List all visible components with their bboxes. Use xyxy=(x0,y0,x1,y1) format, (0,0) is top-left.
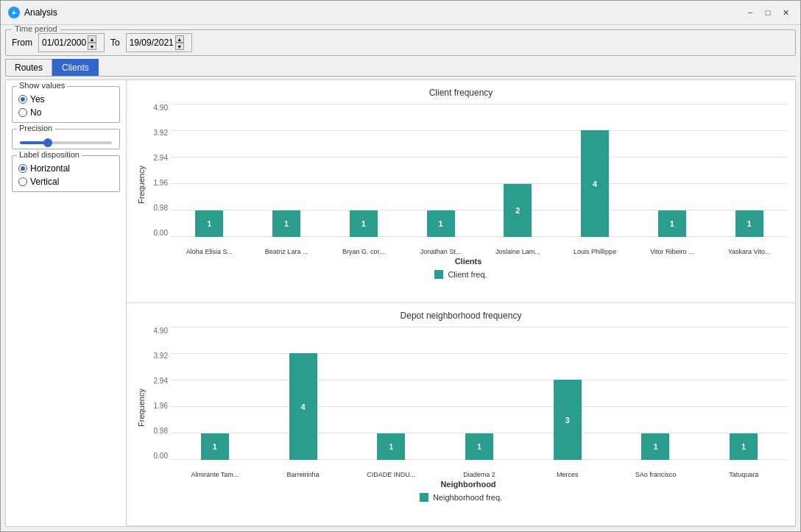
chart2-y-labels: 4.90 3.92 2.94 1.96 0.98 0.00 xyxy=(149,327,171,460)
x-label-item: Diadema 2 xyxy=(435,471,523,478)
chart1-x-axis-title: Clients xyxy=(149,257,788,266)
x-label-item: Aloha Elisia S... xyxy=(171,248,248,255)
chart2-plot: 4.90 3.92 2.94 1.96 0.98 0.00 xyxy=(149,327,788,478)
to-date-spinner[interactable]: ▲ ▼ xyxy=(175,35,184,50)
from-date-input[interactable]: 01/01/2000 ▲ ▼ xyxy=(38,33,105,52)
title-bar: + Analysis − □ ✕ xyxy=(1,1,800,25)
to-date-input[interactable]: 19/09/2021 ▲ ▼ xyxy=(126,33,192,52)
chart1-legend: Client freq. xyxy=(134,270,788,279)
x-label-item: CIDADE INDU... xyxy=(347,471,435,478)
chart2-x-axis-title: Neighborhood xyxy=(149,480,788,489)
bar: 1 xyxy=(195,210,223,237)
tab-clients[interactable]: Clients xyxy=(52,59,99,76)
x-label-item: Jonathan St... xyxy=(402,248,479,255)
chart2-bars-area: 1411311 xyxy=(171,327,788,460)
label-disposition-label: Label disposition xyxy=(17,150,82,159)
label-vertical[interactable]: Vertical xyxy=(18,177,113,187)
chart2-container: Depot neighborhood frequency Frequency 4… xyxy=(127,303,795,526)
bar: 1 xyxy=(377,433,405,460)
precision-section: Precision xyxy=(12,129,120,149)
time-period-box: Time period From 01/01/2000 ▲ ▼ To 19/09… xyxy=(5,29,796,56)
from-date-up[interactable]: ▲ xyxy=(88,35,96,43)
show-values-label: Show values xyxy=(17,81,67,90)
chart1-y-labels: 4.90 3.92 2.94 1.96 0.98 0.00 xyxy=(149,104,171,237)
label-disposition-group: Horizontal Vertical xyxy=(18,163,113,187)
chart1-legend-box xyxy=(434,270,443,279)
show-values-yes-radio[interactable] xyxy=(18,95,27,104)
minimize-button[interactable]: − xyxy=(743,5,758,20)
sidebar: Show values Yes No Precision xyxy=(5,79,127,527)
bar-group: 1 xyxy=(634,104,711,237)
bar: 1 xyxy=(641,433,669,460)
x-label-item: Joslaine Lam... xyxy=(479,248,557,255)
label-vertical-label: Vertical xyxy=(30,177,59,187)
precision-slider-track[interactable] xyxy=(20,141,112,144)
from-label: From xyxy=(12,38,32,48)
from-date-spinner[interactable]: ▲ ▼ xyxy=(88,35,96,50)
x-label-item: Vitor Ribeiro ... xyxy=(634,248,711,255)
to-date-up[interactable]: ▲ xyxy=(175,35,184,43)
window-title: Analysis xyxy=(24,7,738,18)
tab-bar: Routes Clients xyxy=(5,59,796,77)
chart1-title: Client frequency xyxy=(134,88,788,98)
app-icon: + xyxy=(8,7,20,18)
chart1-y-axis-label: Frequency xyxy=(134,104,149,266)
label-vertical-radio[interactable] xyxy=(18,177,27,186)
chart1-container: Client frequency Frequency 4.90 3.92 2.9… xyxy=(127,80,795,303)
label-horizontal[interactable]: Horizontal xyxy=(18,163,113,174)
bar: 1 xyxy=(735,210,763,237)
x-label-item: Tatuquara xyxy=(699,471,788,478)
bar-group: 1 xyxy=(402,104,479,237)
chart1-x-labels: Aloha Elisia S...Beatriz Lara ...Bryan G… xyxy=(171,248,788,255)
show-values-no-radio[interactable] xyxy=(18,108,27,117)
chart1-bars-area: 11112411 xyxy=(171,104,788,237)
from-date-down[interactable]: ▼ xyxy=(88,43,96,50)
maximize-button[interactable]: □ xyxy=(761,5,775,20)
show-values-yes-label: Yes xyxy=(30,94,45,104)
close-button[interactable]: ✕ xyxy=(778,5,793,20)
bar: 1 xyxy=(465,433,493,460)
x-label-item: Louis Phillippe xyxy=(557,248,634,255)
charts-area: Client frequency Frequency 4.90 3.92 2.9… xyxy=(127,79,796,527)
label-disposition-section: Label disposition Horizontal Vertical xyxy=(12,155,120,192)
tab-routes[interactable]: Routes xyxy=(5,59,52,76)
main-window: + Analysis − □ ✕ Time period From 01/01/… xyxy=(0,0,801,532)
bar-group: 1 xyxy=(347,327,435,460)
bar-group: 1 xyxy=(435,327,523,460)
bar-group: 4 xyxy=(557,104,634,237)
chart2-y-axis-label: Frequency xyxy=(134,327,149,489)
bar-group: 4 xyxy=(259,327,347,460)
show-values-yes[interactable]: Yes xyxy=(18,94,113,104)
to-date-down[interactable]: ▼ xyxy=(175,43,184,50)
bar: 3 xyxy=(554,380,582,460)
window-controls: − □ ✕ xyxy=(743,5,793,20)
to-label: To xyxy=(110,38,120,48)
x-label-item: Bryan G. cor... xyxy=(325,248,403,255)
bar: 1 xyxy=(730,433,758,460)
chart1-inner: 4.90 3.92 2.94 1.96 0.98 0.00 xyxy=(149,104,788,266)
content-area: Time period From 01/01/2000 ▲ ▼ To 19/09… xyxy=(1,25,800,531)
chart2-inner: 4.90 3.92 2.94 1.96 0.98 0.00 xyxy=(149,327,788,489)
x-label-item: Merces xyxy=(523,471,612,478)
show-values-section: Show values Yes No xyxy=(12,86,120,123)
bar: 4 xyxy=(289,353,317,460)
time-period-label: Time period xyxy=(12,25,60,33)
bar-group: 1 xyxy=(710,104,788,237)
bar: 2 xyxy=(504,184,532,237)
chart2-title: Depot neighborhood frequency xyxy=(134,311,788,321)
x-label-item: Almirante Tam... xyxy=(171,471,259,478)
precision-slider-thumb[interactable] xyxy=(43,138,52,147)
show-values-no[interactable]: No xyxy=(18,107,113,118)
chart2-legend-box xyxy=(420,493,428,502)
chart1-wrap: Frequency 4.90 3.92 2.94 1.96 0.98 xyxy=(134,104,788,266)
bar: 1 xyxy=(658,210,686,237)
precision-slider-container xyxy=(18,141,113,144)
precision-label: Precision xyxy=(17,124,54,132)
x-label-item: SAo francisco xyxy=(612,471,700,478)
bar: 1 xyxy=(350,210,378,237)
bar-group: 1 xyxy=(699,327,788,460)
chart1-legend-label: Client freq. xyxy=(448,270,487,279)
chart1-plot: 4.90 3.92 2.94 1.96 0.98 0.00 xyxy=(149,104,788,255)
show-values-no-label: No xyxy=(30,107,41,118)
label-horizontal-radio[interactable] xyxy=(18,164,27,173)
